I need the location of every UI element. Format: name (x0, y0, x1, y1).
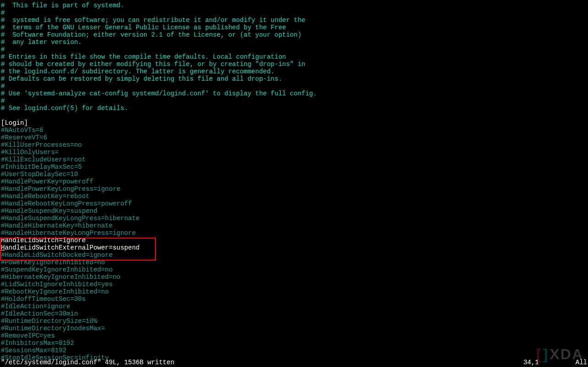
editor-line[interactable]: #RebootKeyIgnoreInhibited=no (1, 288, 587, 295)
editor-line[interactable]: HandleLidSwitchExternalPower=suspend (1, 244, 587, 251)
editor-line[interactable]: #UserStopDelaySec=10 (1, 171, 587, 178)
editor-line[interactable]: # terms of the GNU Lesser General Public… (1, 24, 587, 31)
editor-line[interactable]: # Entries in this file show the compile … (1, 53, 587, 61)
editor-line[interactable]: # systemd is free software; you can redi… (1, 17, 587, 24)
editor-line[interactable]: #SuspendKeyIgnoreInhibited=no (1, 266, 587, 273)
editor-line[interactable]: #KillOnlyUsers= (1, 149, 587, 156)
editor-line[interactable]: HandleLidSwitch=ignore (1, 237, 587, 244)
editor-line[interactable]: #HibernateKeyIgnoreInhibited=no (1, 273, 587, 281)
editor-line[interactable]: #HandleSuspendKeyLongPress=hibernate (1, 215, 587, 222)
editor-line[interactable]: #InhibitorsMax=8192 (1, 339, 587, 347)
editor-line[interactable]: #InhibitDelayMaxSec=5 (1, 163, 587, 171)
editor-line[interactable]: # the logind.conf.d/ subdirectory. The l… (1, 68, 587, 75)
editor-line[interactable]: [Login] (1, 119, 587, 127)
editor-line[interactable]: #KillUserProcesses=no (1, 141, 587, 149)
editor-line[interactable]: #SessionsMax=8192 (1, 347, 587, 354)
status-file-info: "/etc/systemd/logind.conf" 49L, 1536B wr… (1, 359, 174, 366)
editor-line[interactable]: #RuntimeDirectorySize=10% (1, 317, 587, 325)
editor-line[interactable]: # Defaults can be restored by simply del… (1, 75, 587, 83)
editor-line[interactable]: #IdleAction=ignore (1, 303, 587, 310)
editor-line[interactable]: # See logind.conf(5) for details. (1, 105, 587, 112)
editor-line[interactable]: #RuntimeDirectoryInodesMax= (1, 325, 587, 332)
watermark-text: XDA (549, 350, 583, 358)
editor-line[interactable]: #HandleRebootKeyLongPress=poweroff (1, 200, 587, 207)
editor-line[interactable]: #HandlePowerKeyLongPress=ignore (1, 185, 587, 193)
editor-line[interactable]: # (1, 9, 587, 17)
editor-line[interactable]: # (1, 97, 587, 105)
editor-line[interactable]: # Software Foundation; either version 2.… (1, 31, 587, 39)
vim-status-bar: "/etc/systemd/logind.conf" 49L, 1536B wr… (1, 359, 587, 366)
editor-line[interactable]: #HoldoffTimeoutSec=30s (1, 295, 587, 303)
editor-line[interactable]: #NAutoVTs=6 (1, 127, 587, 134)
editor-line[interactable]: #HandleHibernateKey=hibernate (1, 222, 587, 229)
editor-line[interactable]: # should be created by either modifying … (1, 61, 587, 68)
editor-line[interactable]: #HandlePowerKey=poweroff (1, 178, 587, 185)
editor-line[interactable] (1, 112, 587, 119)
editor-line[interactable]: #HandleSuspendKey=suspend (1, 207, 587, 215)
editor-line[interactable]: #PowerKeyIgnoreInhibited=no (1, 259, 587, 266)
editor-line[interactable]: #LidSwitchIgnoreInhibited=yes (1, 281, 587, 288)
editor-line[interactable]: # (1, 83, 587, 90)
editor-line[interactable]: # Use 'systemd-analyze cat-config system… (1, 90, 587, 97)
watermark-bracket-close: ] (543, 350, 548, 358)
editor-line[interactable]: #RemoveIPC=yes (1, 332, 587, 339)
editor-line[interactable]: #KillExcludeUsers=root (1, 156, 587, 163)
watermark-bracket-open: [ (536, 350, 541, 358)
editor-line[interactable]: #ReserveVT=6 (1, 134, 587, 141)
editor-line[interactable]: # This file is part of systemd. (1, 2, 587, 9)
xda-watermark-logo: [] XDA (536, 350, 583, 358)
editor-line[interactable]: # any later version. (1, 39, 587, 46)
editor-line[interactable]: #IdleActionSec=30min (1, 310, 587, 317)
editor-line[interactable]: #HandleLidSwitchDocked=ignore (1, 251, 587, 259)
terminal-editor[interactable]: # This file is part of systemd.## system… (0, 0, 588, 363)
editor-line[interactable]: #HandleRebootKey=reboot (1, 193, 587, 200)
editor-line[interactable]: #HandleHibernateKeyLongPress=ignore (1, 229, 587, 237)
editor-line[interactable]: # (1, 46, 587, 53)
